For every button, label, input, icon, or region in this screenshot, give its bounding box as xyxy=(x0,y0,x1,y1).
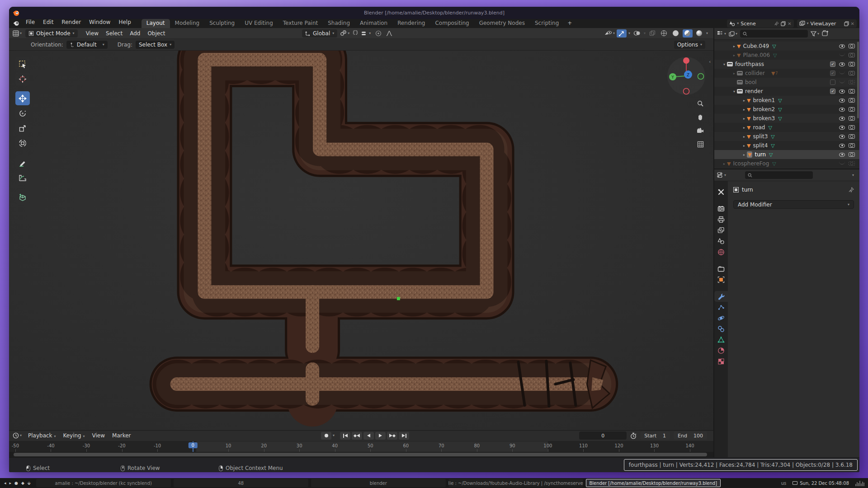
hide-viewport-eye-icon[interactable] xyxy=(839,126,845,130)
properties-tab-output[interactable] xyxy=(714,214,728,225)
add-cube-tool-button[interactable] xyxy=(15,190,30,204)
viewport-menu-add[interactable]: Add xyxy=(126,30,144,37)
auto-keying-toggle[interactable] xyxy=(321,432,331,440)
launcher-icon[interactable]: ● xyxy=(14,481,18,485)
gizmos-toggle[interactable] xyxy=(617,29,627,38)
shading-material-preview-button[interactable] xyxy=(683,29,693,38)
taskbar-clock[interactable]: Sun, 22 Dec 05:48:08 xyxy=(793,481,849,486)
hide-viewport-eye-icon[interactable] xyxy=(839,108,845,112)
workspace-tab-rendering[interactable]: Rendering xyxy=(392,19,430,28)
workspace-tab-geometry-nodes[interactable]: Geometry Nodes xyxy=(474,19,530,28)
properties-tab-object[interactable] xyxy=(714,274,728,285)
overlays-dropdown[interactable]: ▾ xyxy=(644,32,646,35)
outliner-row-cube.049[interactable]: ▸▼Cube.049▽ xyxy=(714,42,859,51)
transform-orientation-selector[interactable]: Global ▾ xyxy=(302,29,337,38)
viewport-menu-object[interactable]: Object xyxy=(144,30,169,37)
gizmos-dropdown[interactable]: ▾ xyxy=(628,32,630,35)
properties-tab-world[interactable] xyxy=(714,247,728,258)
timeline-menu-view[interactable]: View xyxy=(89,432,108,439)
playhead-badge[interactable]: 0 xyxy=(188,442,197,448)
gizmo-x-negative[interactable] xyxy=(684,89,689,94)
expand-arrow-icon[interactable]: ▸ xyxy=(741,144,747,148)
shading-wireframe-button[interactable] xyxy=(659,29,669,38)
disable-render-camera-icon[interactable] xyxy=(849,143,855,148)
menu-window[interactable]: Window xyxy=(85,18,114,26)
properties-tab-particles[interactable] xyxy=(714,302,728,313)
expand-arrow-icon[interactable]: ▸ xyxy=(741,135,747,139)
keyboard-layout-indicator[interactable]: us xyxy=(781,481,787,486)
outliner-row-bool[interactable]: bool xyxy=(714,78,859,87)
properties-tab-constraints[interactable] xyxy=(714,324,728,334)
viewport-canvas[interactable]: Y Z xyxy=(9,51,713,430)
hidden-eye-icon[interactable] xyxy=(839,53,845,56)
pan-hand-button[interactable] xyxy=(694,111,706,123)
snap-toggle-icon[interactable] xyxy=(352,30,359,37)
collection-enable-checkbox[interactable]: ✓ xyxy=(830,89,835,94)
unlink-scene-icon[interactable]: ✕ xyxy=(788,21,791,26)
taskbar-window-button[interactable]: amalie : ~/Desktop/blender (kc syncblend… xyxy=(36,479,171,487)
snap-settings-dropdown[interactable]: ▾ xyxy=(361,31,371,36)
previous-frame-button[interactable] xyxy=(363,432,374,440)
expand-arrow-icon[interactable]: ▾ xyxy=(722,62,727,66)
outliner-row-collider[interactable]: ▸collider▼7✓ xyxy=(714,69,859,78)
menu-edit[interactable]: Edit xyxy=(39,18,57,26)
expand-arrow-icon[interactable]: ▸ xyxy=(741,108,747,112)
transform-tool-button[interactable] xyxy=(15,136,30,150)
expand-arrow-icon[interactable]: ▸ xyxy=(741,99,747,103)
taskbar-window-button[interactable]: blender xyxy=(311,479,446,487)
outliner-editor-type-dropdown[interactable]: ▾ xyxy=(717,31,726,37)
workspace-tab-sculpting[interactable]: Sculpting xyxy=(204,19,240,28)
hide-viewport-eye-icon[interactable] xyxy=(839,135,845,139)
disable-render-camera-icon[interactable] xyxy=(849,89,855,94)
workspace-tab-uv-editing[interactable]: UV Editing xyxy=(240,19,278,28)
workspace-tab-animation[interactable]: Animation xyxy=(355,19,392,28)
workspace-tab-scripting[interactable]: Scripting xyxy=(530,19,564,28)
options-dropdown[interactable]: Options ▾ xyxy=(674,41,705,49)
toggle-orthographic-button[interactable] xyxy=(694,138,706,150)
expand-arrow-icon[interactable]: ▸ xyxy=(722,162,727,166)
outliner-row-turn[interactable]: ▸▼turn▽ xyxy=(714,150,859,159)
pager-icon[interactable]: ▸ xyxy=(9,481,12,485)
auto-keying-dropdown[interactable]: ▾ xyxy=(333,434,335,437)
outliner-row-broken3[interactable]: ▸▼broken3▽ xyxy=(714,114,859,123)
view-layer-name[interactable]: ViewLayer xyxy=(811,21,842,27)
properties-tab-material[interactable] xyxy=(714,345,728,356)
pager-icon[interactable]: ◂ xyxy=(4,481,6,485)
disable-render-camera-icon[interactable] xyxy=(849,62,855,66)
hidden-eye-icon[interactable] xyxy=(839,161,845,164)
disable-render-camera-icon[interactable] xyxy=(849,116,855,121)
gizmo-x-axis[interactable] xyxy=(683,57,689,64)
outliner-row-render[interactable]: ▾render✓ xyxy=(714,87,859,96)
outliner-filter-dropdown[interactable]: ▾ xyxy=(811,31,819,37)
next-keyframe-button[interactable] xyxy=(387,432,397,440)
pivot-point-dropdown[interactable]: ▾ xyxy=(340,30,349,37)
gizmo-y-negative[interactable] xyxy=(698,74,704,80)
hide-viewport-eye-icon[interactable] xyxy=(839,117,845,121)
taskbar-window-button[interactable]: amalie : ~/Downloads/Youtube-Audio-Libra… xyxy=(448,479,583,487)
disable-render-camera-icon[interactable] xyxy=(849,80,855,84)
outliner-search-input[interactable] xyxy=(740,30,808,38)
hide-viewport-eye-icon[interactable] xyxy=(839,99,845,103)
collection-enable-checkbox[interactable] xyxy=(830,80,835,85)
workspace-tab-compositing[interactable]: Compositing xyxy=(430,19,474,28)
annotate-tool-button[interactable] xyxy=(15,155,30,169)
use-preview-range-icon[interactable] xyxy=(630,432,637,439)
jump-to-start-button[interactable] xyxy=(340,432,350,440)
properties-tab-tool[interactable] xyxy=(714,187,728,197)
hide-viewport-eye-icon[interactable] xyxy=(839,153,845,157)
menu-render[interactable]: Render xyxy=(57,18,85,26)
collection-enable-checkbox[interactable]: ✓ xyxy=(830,61,835,67)
play-button[interactable] xyxy=(375,432,386,440)
expand-arrow-icon[interactable]: ▸ xyxy=(731,53,737,57)
properties-tab-texture[interactable] xyxy=(714,356,728,367)
taskbar-window-button[interactable]: Blender [/home/amalie/Desktop/blender/ru… xyxy=(586,479,721,487)
properties-options-dropdown[interactable]: ▾ xyxy=(852,174,854,177)
properties-tab-modifiers[interactable] xyxy=(714,291,728,302)
navigation-gizmo[interactable]: Y Z xyxy=(665,55,707,97)
measure-tool-button[interactable] xyxy=(15,170,30,184)
mode-selector[interactable]: Object Mode ▾ xyxy=(25,29,78,38)
timeline-menu-playback[interactable]: Playback ▾ xyxy=(24,432,59,439)
cursor-3d-button[interactable] xyxy=(15,72,30,86)
disable-render-camera-icon[interactable] xyxy=(849,125,855,130)
taskbar-window-button[interactable]: 48 xyxy=(174,479,308,487)
